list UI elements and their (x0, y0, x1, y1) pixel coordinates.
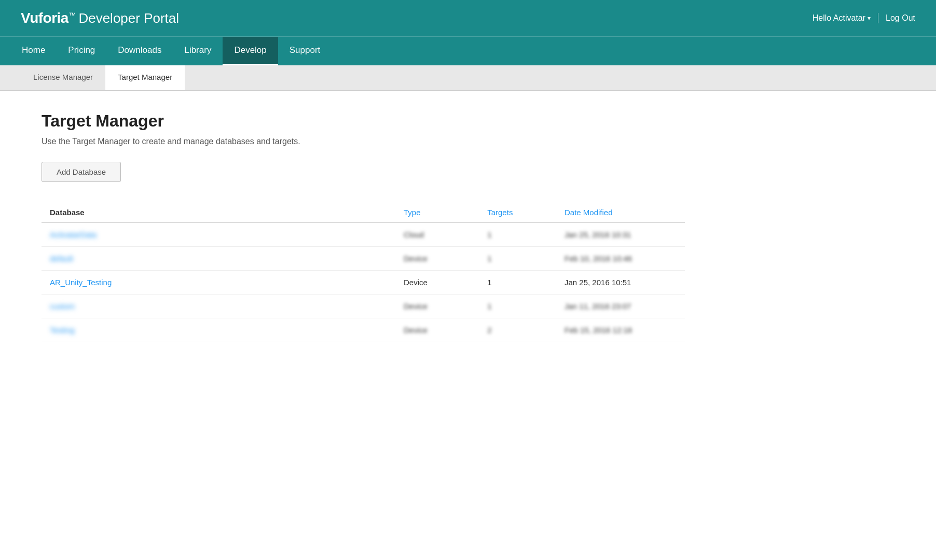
logout-link[interactable]: Log Out (886, 13, 915, 23)
user-area: Hello Activatar ▾ Log Out (813, 13, 915, 23)
logo-subtitle: Developer Portal (78, 10, 179, 26)
database-link[interactable]: ActivatarData (50, 230, 97, 239)
database-type: Cloud (395, 222, 479, 247)
database-table: Database Type Targets Date Modified Acti… (42, 203, 685, 342)
top-header: Vuforia™ Developer Portal Hello Activata… (0, 0, 936, 36)
vertical-divider (878, 13, 878, 23)
database-date-modified: Feb 10, 2016 10:46 (556, 247, 685, 271)
logo-brand: Vuforia™ (21, 10, 75, 26)
database-type: Device (395, 295, 479, 318)
database-link[interactable]: custom (50, 302, 75, 311)
nav-item-downloads[interactable]: Downloads (106, 37, 173, 65)
database-date-modified: Feb 15, 2016 12:18 (556, 318, 685, 342)
database-date-modified: Jan 11, 2016 23:07 (556, 295, 685, 318)
page-title: Target Manager (42, 111, 685, 131)
database-type: Device (395, 318, 479, 342)
database-targets: 1 (479, 247, 556, 271)
add-database-button[interactable]: Add Database (42, 162, 121, 182)
nav-item-library[interactable]: Library (173, 37, 223, 65)
col-header-type[interactable]: Type (395, 203, 479, 222)
table-row: defaultDevice1Feb 10, 2016 10:46 (42, 247, 685, 271)
nav-item-develop[interactable]: Develop (223, 37, 278, 65)
table-header-row: Database Type Targets Date Modified (42, 203, 685, 222)
logo-area: Vuforia™ Developer Portal (21, 10, 179, 26)
col-header-targets[interactable]: Targets (479, 203, 556, 222)
tab-license-manager[interactable]: License Manager (21, 65, 105, 90)
database-link[interactable]: AR_Unity_Testing (50, 278, 112, 287)
database-type: Device (395, 271, 479, 295)
table-row: TestingDevice2Feb 15, 2016 12:18 (42, 318, 685, 342)
database-type: Device (395, 247, 479, 271)
page-content: Target Manager Use the Target Manager to… (0, 91, 726, 363)
table-row: ActivatarDataCloud1Jan 25, 2016 10:31 (42, 222, 685, 247)
logo-tm: ™ (68, 11, 76, 19)
database-link[interactable]: Testing (50, 326, 75, 334)
tab-target-manager[interactable]: Target Manager (105, 65, 185, 90)
col-header-date-modified[interactable]: Date Modified (556, 203, 685, 222)
table-row: customDevice1Jan 11, 2016 23:07 (42, 295, 685, 318)
database-link[interactable]: default (50, 254, 73, 263)
nav-item-home[interactable]: Home (10, 37, 57, 65)
main-nav: Home Pricing Downloads Library Develop S… (0, 36, 936, 65)
database-targets: 1 (479, 295, 556, 318)
col-header-database: Database (42, 203, 395, 222)
database-date-modified: Jan 25, 2016 10:31 (556, 222, 685, 247)
database-targets: 1 (479, 271, 556, 295)
chevron-down-icon: ▾ (868, 15, 871, 22)
user-greeting[interactable]: Hello Activatar ▾ (813, 13, 871, 23)
database-targets: 2 (479, 318, 556, 342)
nav-item-pricing[interactable]: Pricing (57, 37, 106, 65)
sub-tabs: License Manager Target Manager (0, 65, 936, 91)
table-row: AR_Unity_TestingDevice1Jan 25, 2016 10:5… (42, 271, 685, 295)
page-subtitle: Use the Target Manager to create and man… (42, 137, 685, 146)
database-date-modified: Jan 25, 2016 10:51 (556, 271, 685, 295)
nav-item-support[interactable]: Support (278, 37, 332, 65)
database-targets: 1 (479, 222, 556, 247)
